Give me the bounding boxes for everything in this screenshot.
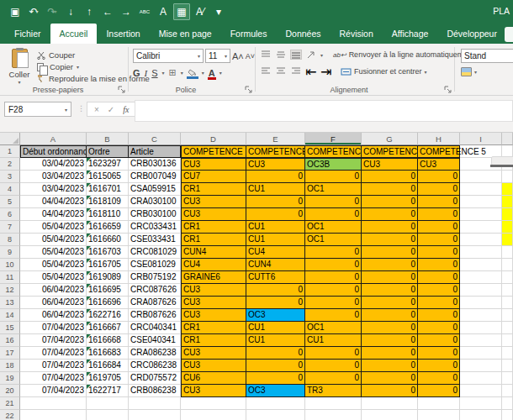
cell-A2[interactable]: 03/04/2023 xyxy=(20,158,87,171)
cell-G5[interactable]: 0 xyxy=(362,196,418,208)
tab-r-vision[interactable]: Révision xyxy=(331,24,383,44)
cell-F12[interactable]: 0 xyxy=(305,284,362,297)
cell-H17[interactable]: 0 xyxy=(418,347,460,360)
cell-E15[interactable]: CU1 xyxy=(246,322,305,334)
cell-H2[interactable]: CU3 xyxy=(418,158,460,171)
cell-G15[interactable]: 0 xyxy=(362,322,418,334)
align-left-button[interactable] xyxy=(260,66,272,76)
cell-D14[interactable]: CU3 xyxy=(181,309,246,322)
cell-E17[interactable]: 0 xyxy=(246,347,305,360)
cell-G16[interactable]: 0 xyxy=(362,334,418,347)
bold-button[interactable]: G xyxy=(133,68,140,78)
cell-J14[interactable] xyxy=(502,309,513,322)
cell-B13[interactable]: 1616696 xyxy=(87,297,129,309)
cell-G6[interactable]: 0 xyxy=(362,208,418,221)
yellow-highlight-cell[interactable] xyxy=(502,208,513,221)
cell-H20[interactable]: 0 xyxy=(418,385,460,397)
cell-B14[interactable]: 1622716 xyxy=(87,309,129,322)
cell-F5[interactable]: 0 xyxy=(305,196,362,208)
row-header-18[interactable]: 18 xyxy=(0,360,20,372)
col-header-I[interactable]: I xyxy=(460,133,502,145)
cell-F19[interactable]: 0 xyxy=(305,372,362,385)
cell-A21[interactable] xyxy=(20,397,87,410)
cell-H8[interactable]: 0 xyxy=(418,234,460,246)
cell-I6[interactable] xyxy=(460,208,502,221)
cell-G14[interactable]: 0 xyxy=(362,309,418,322)
font-icon[interactable]: A xyxy=(155,3,172,20)
cell-C18[interactable]: CRC086238 xyxy=(129,360,181,372)
cell-G20[interactable]: 0 xyxy=(362,385,418,397)
cell-I7[interactable] xyxy=(460,221,502,234)
dialog-launcher-icon[interactable] xyxy=(444,86,452,93)
save-icon[interactable]: ▣ xyxy=(7,3,24,20)
cell-E21[interactable] xyxy=(246,397,305,410)
cell-D8[interactable]: CR1 xyxy=(181,234,246,246)
cell-A16[interactable]: 07/04/2023 xyxy=(20,334,87,347)
cell-F14[interactable]: 0 xyxy=(305,309,362,322)
cell-B3[interactable]: 1615065 xyxy=(87,171,129,183)
cell-E20[interactable]: OC3 xyxy=(246,385,305,397)
cell-A7[interactable]: 05/04/2023 xyxy=(20,221,87,234)
cell-F16[interactable]: CU1 xyxy=(305,334,362,347)
cell-H21[interactable] xyxy=(418,397,460,410)
cell-F2[interactable]: OC3B xyxy=(305,158,362,171)
cell-F17[interactable]: 0 xyxy=(305,347,362,360)
cell-H7[interactable]: 0 xyxy=(418,221,460,234)
tab-insertion[interactable]: Insertion xyxy=(97,24,149,44)
row-header-22[interactable]: 22 xyxy=(0,410,20,420)
cell-F21[interactable] xyxy=(305,397,362,410)
cell-G2[interactable]: CU3 xyxy=(362,158,418,171)
cell-J21[interactable] xyxy=(502,397,513,410)
col-header-G[interactable]: G xyxy=(362,133,418,145)
cell-I15[interactable] xyxy=(460,322,502,334)
cell-A4[interactable]: 03/04/2023 xyxy=(20,183,87,196)
cell-D18[interactable]: CU3 xyxy=(181,360,246,372)
cell-J20[interactable] xyxy=(502,385,513,397)
col-header-E[interactable]: E xyxy=(246,133,305,145)
row-header-8[interactable]: 8 xyxy=(0,234,20,246)
wrap-text-button[interactable]: ab↩ Renvoyer à la ligne automatiquement xyxy=(333,50,474,59)
italic-button[interactable]: I xyxy=(145,68,148,78)
cell-H16[interactable]: 0 xyxy=(418,334,460,347)
cell-I3[interactable] xyxy=(460,171,502,183)
cell-B10[interactable]: 1616705 xyxy=(87,259,129,271)
cell-I21[interactable] xyxy=(460,397,502,410)
row-header-11[interactable]: 11 xyxy=(0,271,20,284)
cell-A17[interactable]: 07/04/2023 xyxy=(20,347,87,360)
col-header-C[interactable]: C xyxy=(129,133,181,145)
decrease-font-button[interactable]: A˅ xyxy=(246,52,255,60)
cell-D15[interactable]: CR1 xyxy=(181,322,246,334)
cell-B19[interactable]: 1619705 xyxy=(87,372,129,385)
cancel-icon[interactable]: × xyxy=(94,105,99,114)
cell-C2[interactable]: CRB030136 xyxy=(129,158,181,171)
cell-C3[interactable]: CRB007049 xyxy=(129,171,181,183)
row-header-14[interactable]: 14 xyxy=(0,309,20,322)
increase-font-button[interactable]: A˄ xyxy=(232,51,244,61)
cell-E22[interactable] xyxy=(246,410,305,420)
cell-B1[interactable]: Ordre xyxy=(87,145,129,158)
cell-B8[interactable]: 1616660 xyxy=(87,234,129,246)
cell-G4[interactable]: 0 xyxy=(362,183,418,196)
cell-G7[interactable]: 0 xyxy=(362,221,418,234)
cell-C9[interactable]: CRC081029 xyxy=(129,246,181,259)
underline-button[interactable]: S xyxy=(151,68,157,78)
cell-E10[interactable]: CUN4 xyxy=(246,259,305,271)
cell-E1[interactable]: COMPETENCE 2 xyxy=(246,145,305,158)
cell-J11[interactable] xyxy=(502,271,513,284)
undo-icon[interactable]: ↶▾ xyxy=(25,3,42,20)
row-header-2[interactable]: 2 xyxy=(0,158,20,171)
font-color-button[interactable]: A xyxy=(209,69,215,77)
cell-A11[interactable]: 05/04/2023 xyxy=(20,271,87,284)
cell-J3[interactable] xyxy=(502,171,513,183)
col-header-D[interactable]: D xyxy=(181,133,246,145)
cell-F1[interactable]: COMPETENCE 3 xyxy=(305,145,362,158)
cell-D1[interactable]: COMPETENCE 1 xyxy=(181,145,246,158)
floating-shape[interactable] xyxy=(491,156,513,165)
cell-D20[interactable]: CU3 xyxy=(181,385,246,397)
align-middle-button[interactable] xyxy=(275,50,287,60)
cell-G17[interactable]: 0 xyxy=(362,347,418,360)
edit-font-icon[interactable]: A⁄ xyxy=(192,3,209,20)
cell-E12[interactable]: 0 xyxy=(246,284,305,297)
cell-J17[interactable] xyxy=(502,347,513,360)
row-header-15[interactable]: 15 xyxy=(0,322,20,334)
